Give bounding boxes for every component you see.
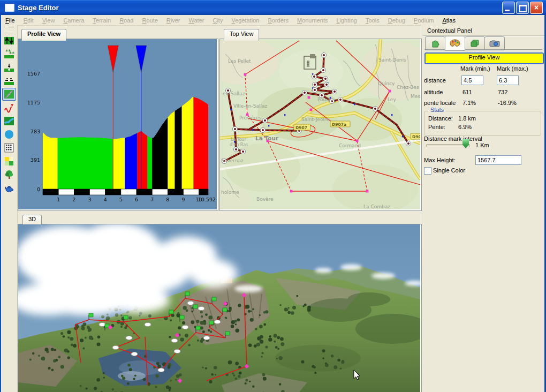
svg-text:d'en Bas: d'en Bas	[230, 142, 248, 147]
menu-camera[interactable]: Camera	[59, 16, 88, 25]
interval-value: 1 Km	[475, 142, 489, 148]
terrain-raise-lower-icon	[4, 35, 14, 46]
svg-text:9: 9	[182, 197, 185, 202]
tab-profile-view[interactable]: Profile View	[21, 29, 66, 41]
camera-tab[interactable]	[484, 36, 505, 50]
tab-top-view[interactable]: Top View	[224, 29, 259, 41]
svg-text:La Tour: La Tour	[255, 135, 279, 141]
menu-lighting[interactable]: Lighting	[332, 16, 361, 25]
menu-route[interactable]: Route	[138, 16, 162, 25]
three-d-viewport[interactable]	[18, 224, 420, 392]
svg-text:**: **	[9, 51, 14, 57]
distance-min-input[interactable]	[461, 76, 483, 85]
window-title: Stage Editor	[18, 4, 59, 12]
terrain-smooth-tool[interactable]: ****	[2, 48, 16, 61]
menu-bar: FileEditViewCameraTerrainRoadRouteRiverW…	[1, 15, 544, 26]
contextual-panel: Contextual Panel Profile View Mark (min.…	[423, 25, 544, 392]
stats-title: Stats	[428, 107, 446, 113]
pente-row-label: pente locale	[424, 100, 456, 106]
menu-atlas[interactable]: Atlas	[438, 16, 459, 25]
distance-max-input[interactable]	[497, 76, 519, 85]
top-view-panel: D907D907aD90Les PelletSaint-DenisQuincyC…	[219, 39, 422, 211]
pente-min-value: 7.1%	[462, 100, 476, 106]
stats-pente-label: Pente:	[428, 124, 445, 130]
svg-text:3: 3	[88, 197, 91, 202]
max-height-label: Max Height:	[424, 157, 456, 163]
terrain-flatten-icon	[4, 76, 14, 86]
menu-tools[interactable]: Tools	[361, 16, 384, 25]
close-icon: ×	[530, 2, 542, 13]
stats-pente-value: 6.9%	[458, 124, 472, 130]
road-tool[interactable]	[2, 88, 16, 101]
toolbar-grip[interactable]	[4, 27, 14, 32]
palette-icon	[450, 39, 460, 48]
altitude-row-label: altitude	[424, 89, 443, 95]
tab-strip-line	[424, 49, 542, 50]
altitude-min-value: 611	[462, 89, 472, 95]
water-icon	[4, 129, 14, 140]
menu-road[interactable]: Road	[115, 16, 138, 25]
terrain-flatten-tool[interactable]	[2, 74, 16, 87]
max-height-input[interactable]	[475, 155, 521, 165]
svg-text:-en-Sallaz: -en-Sallaz	[221, 91, 245, 96]
svg-text:Pouilly: Pouilly	[317, 97, 333, 102]
single-color-label: Single Color	[433, 167, 465, 174]
menu-water[interactable]: Water	[185, 16, 209, 25]
profile-view-panel: 1234567891010.592039178311751567	[18, 39, 218, 211]
plugin-tab[interactable]	[425, 36, 445, 50]
svg-text:Ley: Ley	[388, 97, 396, 102]
distance-row-label: distance	[424, 77, 446, 84]
svg-text:Bovère: Bovère	[256, 197, 274, 202]
borders-tool[interactable]	[2, 155, 16, 168]
title-bar[interactable]: Stage Editor ×	[0, 0, 546, 15]
profile-view-button[interactable]: Profile View	[424, 52, 544, 64]
menu-vegetation[interactable]: Vegetation	[227, 16, 263, 25]
menu-debug[interactable]: Debug	[384, 16, 410, 25]
road-icon	[4, 89, 14, 100]
mark-max-header: Mark (max.)	[497, 65, 528, 72]
river-tool[interactable]	[2, 115, 16, 127]
svg-text:783: 783	[31, 129, 40, 134]
single-color-checkbox[interactable]	[424, 167, 431, 175]
svg-text:La Tour: La Tour	[231, 137, 246, 142]
river-icon	[4, 116, 14, 126]
tab-3d[interactable]: 3D	[22, 215, 42, 224]
svg-text:Savernaz: Savernaz	[221, 158, 244, 163]
svg-text:Prévières: Prévières	[239, 115, 262, 120]
puzzle-icon	[430, 39, 440, 48]
top-view-map[interactable]: D907D907aD90Les PelletSaint-DenisQuincyC…	[220, 39, 420, 209]
svg-text:1: 1	[57, 197, 60, 202]
water-tool[interactable]	[2, 128, 16, 141]
interval-label: Distance mark interval	[424, 135, 482, 142]
altitude-max-value: 732	[498, 89, 507, 95]
menu-podium[interactable]: Podium	[410, 16, 438, 25]
maximize-button[interactable]	[516, 2, 529, 14]
menu-borders[interactable]: Borders	[263, 16, 293, 25]
menu-edit[interactable]: Edit	[19, 16, 38, 25]
palette-tab[interactable]	[445, 36, 465, 51]
route-tool[interactable]	[2, 101, 16, 114]
close-button[interactable]: ×	[530, 2, 543, 14]
svg-text:holome: holome	[221, 190, 239, 195]
city-tool[interactable]	[2, 141, 16, 154]
profile-chart[interactable]: 1234567891010.592039178311751567	[18, 39, 217, 209]
terrain-smooth-icon: ****	[4, 49, 14, 59]
menu-monuments[interactable]: Monuments	[293, 16, 332, 25]
svg-text:D90: D90	[412, 134, 420, 139]
layers-tab[interactable]	[465, 36, 485, 50]
three-d-panel	[18, 224, 422, 392]
minimize-button[interactable]	[502, 2, 515, 14]
menu-city[interactable]: City	[208, 16, 227, 25]
menu-view[interactable]: View	[38, 16, 59, 25]
minimize-icon	[505, 10, 510, 11]
mark-min-header: Mark (min.)	[460, 65, 490, 72]
terrain-step-tool[interactable]	[2, 61, 16, 74]
terrain-step-icon	[4, 62, 14, 73]
monuments-tool[interactable]	[2, 182, 16, 194]
vegetation-tool[interactable]	[2, 168, 16, 181]
maximize-icon	[519, 5, 527, 12]
terrain-raise-lower-tool[interactable]	[2, 34, 16, 47]
menu-river[interactable]: River	[162, 16, 185, 25]
menu-terrain[interactable]: Terrain	[89, 16, 116, 25]
menu-file[interactable]: File	[1, 16, 19, 25]
